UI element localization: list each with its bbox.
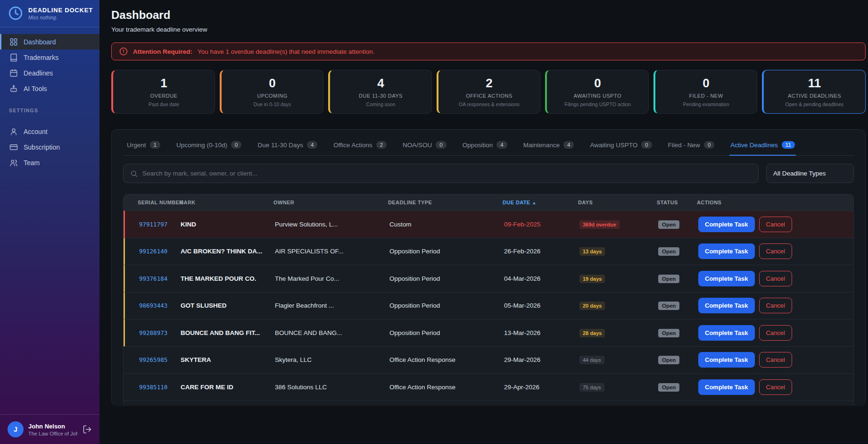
sidebar-item-team[interactable]: Team — [0, 155, 99, 170]
stat-card[interactable]: 2 OFFICE ACTIONS OA responses & extensio… — [437, 70, 540, 114]
avatar[interactable]: J — [8, 421, 24, 437]
serial-number-link[interactable]: 97911797 — [125, 221, 181, 228]
mark-cell: GOT SLUSHED — [181, 302, 275, 309]
search-input[interactable] — [142, 170, 752, 177]
clock-logo-icon — [8, 5, 24, 21]
subscription-icon — [9, 143, 18, 151]
status-badge: Open — [658, 302, 679, 310]
tab-count-badge: 1 — [150, 141, 160, 149]
cancel-button[interactable]: Cancel — [759, 243, 792, 259]
stat-cards-row: 1 OVERDUE Past due date 0 UPCOMING Due i… — [111, 70, 866, 114]
column-deadline-type[interactable]: DEADLINE TYPE — [388, 200, 503, 205]
complete-task-button[interactable]: Complete Task — [698, 298, 755, 313]
serial-number-link[interactable]: 99126140 — [125, 248, 181, 255]
search-icon — [130, 170, 138, 177]
owner-cell: AIR SPECIALISTS OF... — [275, 248, 389, 255]
stat-card[interactable]: 0 UPCOMING Due in 0-10 days — [220, 70, 323, 114]
stat-label: OVERDUE — [113, 93, 215, 99]
column-status[interactable]: STATUS — [657, 200, 697, 205]
table-header: SERIAL NUMBER MARK OWNER DEADLINE TYPE D… — [124, 194, 853, 210]
main-content: Dashboard Your trademark deadline overvi… — [99, 0, 868, 444]
stat-card[interactable]: 0 FILED - NEW Pending examination — [653, 70, 757, 114]
deadline-type-select[interactable]: All Deadline Types — [766, 164, 854, 183]
stat-card[interactable]: 1 OVERDUE Past due date — [111, 70, 215, 114]
logout-icon[interactable] — [83, 425, 92, 434]
tab-count-badge: 2 — [376, 141, 387, 149]
deadline-type-cell: Office Action Response — [389, 384, 504, 391]
serial-number-link[interactable]: 99265985 — [125, 356, 181, 363]
stat-value: 0 — [222, 76, 323, 90]
serial-number-link[interactable]: 99376184 — [125, 275, 181, 282]
search-box[interactable] — [123, 164, 759, 183]
filter-tab[interactable]: Office Actions 2 — [332, 138, 388, 156]
stat-card[interactable]: 11 ACTIVE DEADLINES Open & pending deadl… — [762, 70, 866, 114]
cancel-button[interactable]: Cancel — [759, 298, 792, 313]
stat-value: 2 — [438, 76, 540, 90]
main-nav: Dashboard Trademarks Deadlines AI Tools — [0, 34, 99, 96]
deadline-type-cell: Custom — [389, 221, 504, 228]
sort-ascending-icon: ▲ — [532, 201, 537, 205]
filter-tab[interactable]: Upcoming (0-10d) 0 — [175, 138, 242, 156]
sidebar: DEADLINE DOCKET Miss nothing. Dashboard … — [0, 0, 99, 444]
sidebar-item-account[interactable]: Account — [0, 124, 99, 139]
mark-cell: SKYTERA — [181, 356, 275, 363]
stat-sublabel: Pending examination — [655, 101, 757, 107]
filter-tab[interactable]: Maintenance 4 — [522, 138, 575, 156]
column-mark[interactable]: MARK — [179, 200, 273, 205]
column-days[interactable]: DAYS — [578, 200, 657, 205]
attention-alert: Attention Required: You have 1 overdue d… — [111, 42, 866, 60]
search-row: All Deadline Types — [123, 164, 854, 183]
complete-task-button[interactable]: Complete Task — [698, 325, 755, 341]
settings-nav: Account Subscription Team — [0, 124, 99, 170]
ai-tools-icon — [9, 84, 18, 93]
mark-cell: KIND — [181, 221, 275, 228]
stat-value: 0 — [547, 76, 648, 90]
status-badge: Open — [658, 247, 679, 256]
filter-tab[interactable]: Filed - New 0 — [667, 138, 716, 156]
complete-task-button[interactable]: Complete Task — [698, 243, 755, 259]
filter-tab[interactable]: Active Deadlines 11 — [729, 138, 796, 156]
owner-cell: Purview Solutions, L... — [275, 221, 389, 228]
filter-tab[interactable]: Urgent 1 — [126, 138, 161, 156]
deadlines-table: SERIAL NUMBER MARK OWNER DEADLINE TYPE D… — [123, 194, 854, 406]
deadline-type-cell: Opposition Period — [389, 302, 504, 309]
filter-tab[interactable]: NOA/SOU 0 — [402, 138, 447, 156]
cancel-button[interactable]: Cancel — [759, 379, 792, 395]
sidebar-item-dashboard[interactable]: Dashboard — [0, 34, 99, 50]
serial-number-link[interactable]: 98693443 — [125, 302, 181, 309]
cancel-button[interactable]: Cancel — [759, 217, 792, 232]
sidebar-item-subscription[interactable]: Subscription — [0, 139, 99, 155]
column-serial-number[interactable]: SERIAL NUMBER — [124, 200, 179, 205]
brand-tagline: Miss nothing. — [28, 15, 93, 20]
table-row: 99126140 A/C BROKEN? THINK DA... AIR SPE… — [124, 238, 853, 265]
cancel-button[interactable]: Cancel — [759, 352, 792, 368]
column-due-date-sorted[interactable]: DUE DATE▲ — [503, 200, 578, 205]
column-owner[interactable]: OWNER — [273, 200, 388, 205]
stat-sublabel: Open & pending deadlines — [764, 101, 865, 107]
mark-cell: CARE FOR ME ID — [181, 384, 275, 391]
filter-tab[interactable]: Due 11-30 Days 4 — [256, 138, 318, 156]
serial-number-link[interactable]: 99385110 — [125, 384, 181, 391]
sidebar-item-trademarks[interactable]: Trademarks — [0, 50, 99, 65]
complete-task-button[interactable]: Complete Task — [698, 271, 755, 286]
stat-label: DUE 11-30 DAYS — [330, 93, 431, 99]
user-name: John Nelson — [28, 423, 78, 430]
complete-task-button[interactable]: Complete Task — [698, 217, 755, 232]
complete-task-button[interactable]: Complete Task — [698, 352, 755, 368]
filter-tab[interactable]: Awaiting USPTO 0 — [589, 138, 653, 156]
filter-tab[interactable]: Opposition 4 — [462, 138, 508, 156]
sidebar-item-ai-tools[interactable]: AI Tools — [0, 81, 99, 96]
cancel-button[interactable]: Cancel — [759, 325, 792, 341]
stat-card[interactable]: 0 AWAITING USPTO Filings pending USPTO a… — [545, 70, 649, 114]
stat-value: 1 — [113, 76, 215, 90]
due-date-cell: 29-Mar-2026 — [504, 356, 579, 363]
tab-count-badge: 4 — [563, 141, 574, 149]
sidebar-item-deadlines[interactable]: Deadlines — [0, 65, 99, 81]
days-badge: 28 days — [579, 329, 605, 337]
days-badge: 75 days — [579, 383, 604, 392]
serial-number-link[interactable]: 99288973 — [125, 329, 181, 336]
cancel-button[interactable]: Cancel — [759, 271, 792, 286]
table-row: 99376184 THE MARKED POUR CO. The Marked … — [124, 265, 853, 292]
complete-task-button[interactable]: Complete Task — [698, 379, 755, 395]
stat-card[interactable]: 4 DUE 11-30 DAYS Coming soon — [328, 70, 432, 114]
